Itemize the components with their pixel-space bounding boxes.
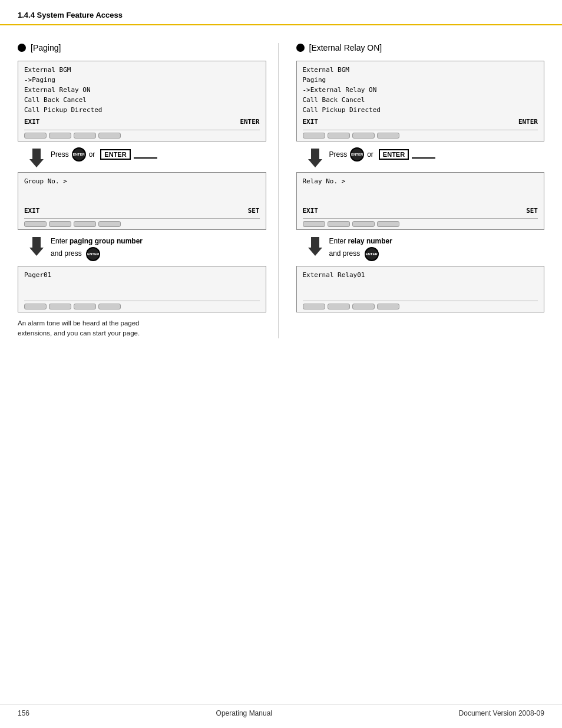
relay-or-label: or: [367, 150, 373, 159]
relay-s2-line1: Relay No. >: [303, 176, 538, 186]
footer-manual-name: Operating Manual: [216, 709, 272, 717]
paging-screen1: External BGM ->Paging External Relay ON …: [18, 61, 266, 141]
paging-s1-line1: External BGM: [24, 65, 260, 75]
relay-s1-line4: Call Back Cancel: [303, 95, 538, 105]
page-header-title: 1.4.4 System Feature Access: [18, 11, 123, 19]
paging-s1-line5: Call Pickup Directed: [24, 105, 260, 115]
paging-s1-line3: External Relay ON: [24, 85, 260, 95]
paging-column: [Paging] External BGM ->Paging External …: [18, 43, 279, 338]
paging-s3-btn2: [49, 304, 71, 309]
relay-s2-btn4: [377, 221, 399, 227]
footer-version: Document Version 2008-09: [459, 709, 544, 717]
paging-s2-btn1: [24, 221, 47, 227]
paging-screen3: Pager01: [18, 266, 266, 312]
paging-s1-enter: ENTER: [240, 117, 259, 127]
relay-enter-btn: ENTER: [379, 149, 409, 160]
paging-step1-arrow: Press ENTER or ENTER: [29, 147, 266, 167]
relay-s3-btn4: [377, 304, 399, 309]
paging-step2-arrow: Enter paging group number and press ENTE…: [29, 236, 266, 261]
relay-column: [External Relay ON] External BGM Paging …: [279, 43, 545, 338]
paging-s1-btn2: [49, 133, 71, 139]
paging-s1-btn3: [74, 133, 96, 139]
relay-press-label: Press: [329, 150, 348, 159]
paging-s1-btn4: [98, 133, 121, 139]
relay-screen3: External Relay01: [296, 266, 545, 312]
paging-s1-exit: EXIT: [24, 117, 40, 127]
relay-s1-enter: ENTER: [518, 117, 538, 127]
relay-s1-btn4: [377, 133, 399, 139]
relay-s3-btn1: [303, 304, 325, 309]
paging-s2-line1: Group No. >: [24, 176, 260, 186]
paging-title: [Paging]: [18, 43, 266, 52]
relay-s1-line2: Paging: [303, 75, 538, 85]
relay-instruction: Enter relay number and press ENTER: [329, 236, 545, 261]
paging-bullet: [18, 44, 26, 52]
relay-s1-line3: ->External Relay ON: [303, 85, 538, 95]
relay-s1-btn2: [328, 133, 350, 139]
page-header: 1.4.4 System Feature Access: [0, 0, 562, 25]
paging-screen2: Group No. > EXIT SET: [18, 172, 266, 230]
paging-s2-exit: EXIT: [24, 206, 40, 216]
paging-arrow2-icon: [29, 237, 44, 256]
relay-s1-btn1: [303, 133, 325, 139]
relay-enter-underline: [412, 150, 435, 159]
page-footer: 156 Operating Manual Document Version 20…: [0, 704, 562, 717]
relay-step1-arrow: Press ENTER or ENTER: [308, 147, 545, 167]
paging-s3-btn3: [74, 304, 96, 309]
paging-s3-btn4: [98, 304, 121, 309]
relay-s2-btn1: [303, 221, 325, 227]
relay-s1-line1: External BGM: [303, 65, 538, 75]
paging-note: An alarm tone will be heard at the paged…: [18, 318, 159, 339]
paging-s1-line2: ->Paging: [24, 75, 260, 85]
paging-instruction: Enter paging group number and press ENTE…: [51, 236, 266, 261]
paging-or-label: or: [89, 150, 95, 159]
relay-s2-set: SET: [526, 206, 538, 216]
relay-s3-line1: External Relay01: [303, 270, 538, 280]
relay-s3-btn3: [352, 304, 375, 309]
relay-screen2: Relay No. > EXIT SET: [296, 172, 545, 230]
relay-s1-btn3: [352, 133, 375, 139]
relay-enter-circle: ENTER: [350, 147, 364, 162]
paging-press-label: Press: [51, 150, 69, 159]
relay-bullet: [296, 44, 305, 52]
paging-enter-circle2: ENTER: [86, 247, 100, 261]
paging-s2-btn4: [98, 221, 121, 227]
paging-s1-btn1: [24, 133, 47, 139]
relay-step2-arrow: Enter relay number and press ENTER: [308, 236, 545, 261]
paging-s3-btn1: [24, 304, 47, 309]
relay-screen1: External BGM Paging ->External Relay ON …: [296, 61, 545, 141]
footer-page-number: 156: [18, 709, 29, 717]
paging-s1-line4: Call Back Cancel: [24, 95, 260, 105]
relay-s3-btn2: [328, 304, 350, 309]
relay-arrow2-icon: [308, 237, 322, 256]
paging-enter-underline: [134, 150, 157, 159]
relay-title: [External Relay ON]: [296, 43, 545, 52]
paging-enter-btn: ENTER: [100, 149, 130, 160]
relay-s1-exit: EXIT: [303, 117, 319, 127]
relay-enter-circle2: ENTER: [365, 247, 379, 261]
relay-arrow1-icon: [308, 149, 322, 167]
relay-s2-btn2: [328, 221, 350, 227]
relay-s2-exit: EXIT: [303, 206, 319, 216]
paging-s2-btn2: [49, 221, 71, 227]
relay-s2-btn3: [352, 221, 375, 227]
paging-s3-line1: Pager01: [24, 270, 260, 280]
relay-s1-line5: Call Pickup Directed: [303, 105, 538, 115]
paging-arrow1-icon: [29, 149, 44, 167]
paging-s2-btn3: [74, 221, 96, 227]
paging-enter-circle: ENTER: [72, 147, 86, 162]
paging-s2-set: SET: [248, 206, 260, 216]
